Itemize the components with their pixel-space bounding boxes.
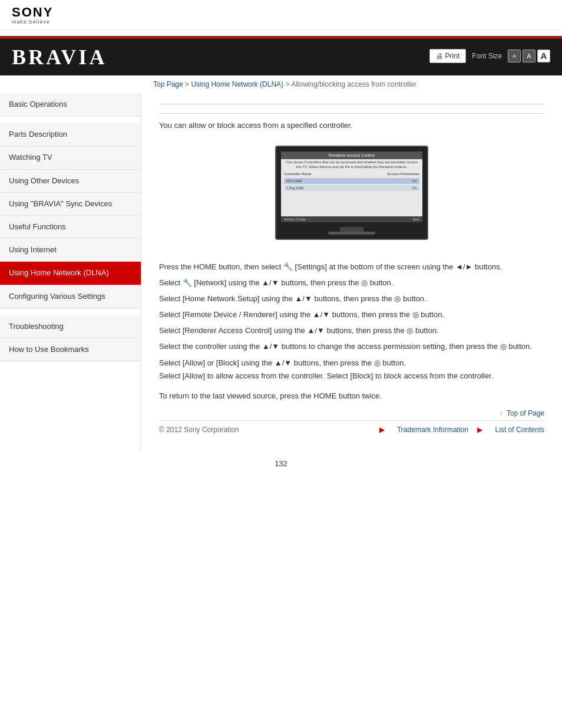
- font-small-button[interactable]: A: [508, 50, 521, 62]
- tv-row-1-name: SD1-N49I: [286, 179, 302, 183]
- font-large-button[interactable]: A: [537, 50, 550, 62]
- tv-col-controller: Controller Name: [284, 172, 312, 176]
- top-header: SONY make.believe: [0, 0, 562, 30]
- instruction-6: Select the controller using the ▲/▼ butt…: [159, 340, 544, 353]
- top-of-page-section: ↑ Top of Page: [159, 409, 544, 417]
- breadcrumb: Top Page > Using Home Network (DLNA) > A…: [0, 75, 562, 93]
- tv-row-1: SD1-N49I On: [284, 178, 419, 184]
- sidebar-item-using-internet[interactable]: Using Internet: [0, 239, 141, 262]
- sony-tagline: make.believe: [12, 19, 550, 25]
- copyright-text: © 2012 Sony Corporation: [159, 426, 239, 434]
- sidebar-item-configuring-settings[interactable]: Configuring Various Settings: [0, 285, 141, 308]
- footer-links: © 2012 Sony Corporation ▶ Trademark Info…: [159, 420, 544, 439]
- tv-base: [328, 232, 375, 235]
- trademark-arrow-icon: ▶: [379, 426, 385, 434]
- sidebar-item-using-home-network[interactable]: Using Home Network (DLNA): [0, 262, 141, 285]
- tv-footer-left: Settings Change: [284, 218, 306, 221]
- banner-controls: 🖨 Print Font Size A A A: [429, 49, 550, 63]
- sidebar-item-basic-operations[interactable]: Basic Operations: [0, 93, 141, 116]
- instruction-2: Select 🔧 [Network] using the ▲/▼ buttons…: [159, 276, 544, 289]
- main-content: You can allow or block access from a spe…: [141, 93, 562, 450]
- main-layout: Basic Operations Parts Description Watch…: [0, 93, 562, 450]
- top-of-page-link[interactable]: Top of Page: [507, 409, 544, 417]
- intro-text: You can allow or block access from a spe…: [159, 121, 544, 130]
- sidebar-item-parts-description[interactable]: Parts Description: [0, 123, 141, 146]
- instruction-7: Select [Allow] or [Block] using the ▲/▼ …: [159, 357, 544, 383]
- font-size-buttons: A A A: [508, 50, 550, 62]
- list-arrow-icon: ▶: [477, 426, 482, 434]
- second-divider: [159, 113, 544, 114]
- print-button[interactable]: 🖨 Print: [429, 49, 467, 63]
- tv-stand: [340, 227, 363, 232]
- tv-screenshot-container: Renderer Access Control This shows Contr…: [159, 137, 544, 249]
- instructions-section: Press the HOME button, then select 🔧 [Se…: [159, 261, 544, 383]
- instruction-3: Select [Home Network Setup] using the ▲/…: [159, 292, 544, 305]
- sidebar-item-watching-tv[interactable]: Watching TV: [0, 146, 141, 169]
- instruction-4: Select [Remote Device / Renderer] using …: [159, 308, 544, 321]
- breadcrumb-top-page[interactable]: Top Page: [153, 80, 183, 88]
- page-number: 132: [0, 450, 562, 474]
- bravia-banner: BRAVIA 🖨 Print Font Size A A A: [0, 36, 562, 75]
- breadcrumb-using-home-network[interactable]: Using Home Network (DLNA): [191, 80, 283, 88]
- tv-col-permission: Access Permission: [387, 172, 419, 176]
- sidebar-item-how-to-use-bookmarks[interactable]: How to Use Bookmarks: [0, 338, 141, 361]
- sony-logo: SONY make.believe: [12, 6, 550, 25]
- up-arrow-icon: ↑: [500, 410, 503, 417]
- tv-screenshot: Renderer Access Control This shows Contr…: [275, 146, 428, 240]
- tv-screen: Renderer Access Control This shows Contr…: [281, 151, 422, 222]
- printer-icon: 🖨: [436, 52, 443, 60]
- list-of-contents-link[interactable]: List of Contents: [495, 426, 544, 434]
- tv-screen-header: Renderer Access Control: [281, 151, 422, 159]
- breadcrumb-sep2: >: [285, 80, 291, 88]
- return-text: To return to the last viewed source, pre…: [159, 391, 544, 400]
- instruction-1: Press the HOME button, then select 🔧 [Se…: [159, 261, 544, 274]
- tv-footer-right: Back: [413, 218, 419, 221]
- sidebar: Basic Operations Parts Description Watch…: [0, 93, 141, 450]
- tv-row-1-status: On: [412, 179, 417, 183]
- breadcrumb-current: Allowing/blocking access from controller: [291, 80, 416, 88]
- sidebar-item-troubleshooting[interactable]: Troubleshooting: [0, 315, 141, 338]
- tv-screen-subtext: This shows Controllers that can be acces…: [281, 159, 422, 171]
- tv-footer: Settings Change Back: [281, 216, 422, 222]
- tv-row-2-name: 1.Prg.1900: [286, 186, 303, 190]
- font-size-label: Font Size: [472, 52, 502, 60]
- tv-row-2: 1.Prg.1900 On: [284, 185, 419, 191]
- footer-right-links: ▶ Trademark Information ▶ List of Conten…: [379, 426, 544, 434]
- trademark-information-link[interactable]: Trademark Information: [397, 426, 468, 434]
- instruction-5: Select [Renderer Access Control] using t…: [159, 324, 544, 337]
- breadcrumb-sep1: >: [185, 80, 191, 88]
- sony-text: SONY: [12, 6, 550, 19]
- sidebar-item-using-bravia-sync[interactable]: Using "BRAVIA" Sync Devices: [0, 193, 141, 216]
- font-medium-button[interactable]: A: [523, 50, 535, 62]
- sidebar-item-using-other-devices[interactable]: Using Other Devices: [0, 170, 141, 193]
- bravia-title: BRAVIA: [12, 45, 107, 70]
- tv-row-2-status: On: [412, 186, 417, 190]
- sidebar-item-useful-functions[interactable]: Useful Functions: [0, 216, 141, 239]
- top-divider: [159, 104, 544, 104]
